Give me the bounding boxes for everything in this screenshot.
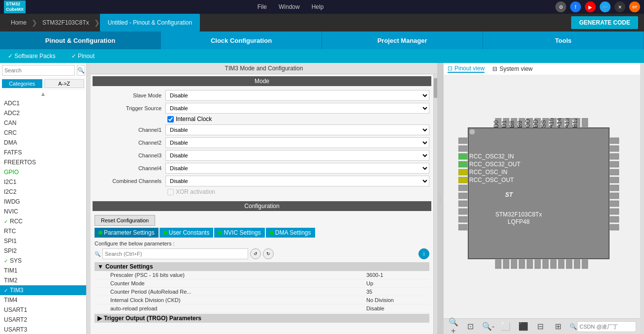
internal-clock-label: Internal Clock [176,116,212,122]
reset-config-button[interactable]: Reset Configuration [95,215,155,226]
sidebar-item-fatfs[interactable]: FATFS [0,148,86,157]
svg-rect-26 [519,260,525,269]
tab-user-constants[interactable]: User Constants [160,228,214,238]
search-input[interactable] [2,65,75,76]
breadcrumb-home[interactable]: Home [6,14,32,31]
tab-parameter-settings[interactable]: Parameter Settings [95,228,159,238]
sidebar-item-tim2[interactable]: TIM2 [0,275,86,285]
settings-icon[interactable]: ⚙ [555,1,566,12]
layer2-button[interactable]: ⬛ [517,321,529,333]
sidebar-item-freertos[interactable]: FREERTOS [0,157,86,167]
channel2-select[interactable]: Disable [165,137,429,148]
counter-period-row: Counter Period (AutoReload Re... 35 [95,288,429,296]
sidebar-item-crc[interactable]: CRC [0,128,86,138]
pinout-area: ⊡ Pinout view ⊟ System view [443,63,640,334]
tab-clock[interactable]: Clock Configuration [161,31,322,49]
toolbar-search-input[interactable] [577,321,636,332]
sidebar-item-spi2[interactable]: SPI2 [0,246,86,256]
reset-search-btn1[interactable]: ↺ [250,248,261,259]
channel3-select[interactable]: Disable [165,150,429,161]
close-icon[interactable]: ✕ [614,1,625,12]
sidebar-item-rtc[interactable]: RTC [0,226,86,236]
sidebar-item-tim4[interactable]: TIM4 [0,295,86,305]
reset-search-btn2[interactable]: ↻ [263,248,274,259]
sidebar-item-rcc[interactable]: ✓RCC [0,216,86,226]
configure-label: Configure the below parameters : [91,240,433,247]
combined-channels-select[interactable]: Disable [165,176,429,186]
layer1-button[interactable]: ⬜ [500,321,512,333]
tab-pinout[interactable]: Pinout & Configuration [0,31,161,49]
sidebar-item-i2c2[interactable]: I2C2 [0,187,86,197]
sidebar-collapse-arrow[interactable]: ▲ [0,90,86,98]
sidebar-divider[interactable] [87,63,91,334]
breadcrumb-project[interactable]: Untitled - Pinout & Configuration [100,14,200,31]
trigger-source-select[interactable]: Disable [165,103,429,114]
scrollbar-thumb[interactable] [434,78,437,98]
split-button[interactable]: ⊟ [535,321,546,333]
svg-rect-39 [458,169,467,175]
facebook-icon[interactable]: f [570,1,581,12]
tab-system-view[interactable]: ⊟ System view [492,65,532,72]
sidebar-item-tim1[interactable]: TIM1 [0,266,86,275]
tab-dma-settings[interactable]: DMA Settings [266,228,315,238]
zoom-in-button[interactable]: 🔍+ [448,321,459,333]
sidebar-item-sys[interactable]: ✓SYS [0,256,86,266]
svg-rect-30 [550,260,556,269]
breadcrumb-chip[interactable]: STM32F103C8Tx [37,14,94,31]
tab-categories[interactable]: Categories [2,79,42,88]
svg-rect-64 [610,177,619,183]
channel4-select[interactable]: Disable [165,163,429,174]
pinout-view-icon: ⊡ [448,65,452,72]
grid-button[interactable]: ⊞ [552,321,564,333]
counter-header-label: Counter Settings [105,263,153,270]
slave-mode-select[interactable]: Disable [165,90,429,101]
xor-label: XOR activation [176,188,215,195]
info-icon[interactable]: i [419,248,429,259]
menu-file[interactable]: File [258,3,267,10]
trigger-collapse-icon[interactable]: ▶ [97,315,102,322]
xor-checkbox[interactable] [167,189,174,195]
counter-collapse-icon[interactable]: ▼ [97,263,103,270]
fit-button[interactable]: ⊡ [465,321,476,333]
sidebar-item-i2c1[interactable]: I2C1 [0,177,86,187]
search-button[interactable]: 🔍 [77,65,85,76]
sidebar-item-usart1[interactable]: USART1 [0,305,86,315]
sidebar-item-nvic[interactable]: NVIC [0,207,86,216]
sidebar-item-adc1[interactable]: ADC1 [0,98,86,108]
internal-clock-checkbox[interactable] [167,116,174,122]
st-icon[interactable]: ST [629,1,640,12]
right-handle[interactable] [640,63,644,334]
tab-pinout-view[interactable]: ⊡ Pinout view [448,65,484,73]
youtube-icon[interactable]: ▶ [585,1,596,12]
tab-az[interactable]: A->Z [44,79,85,88]
prescaler-row: Prescaler (PSC - 16 bits value) 3600-1 [95,271,429,279]
sidebar-item-gpio[interactable]: GPIO [0,167,86,177]
sidebar-item-dma[interactable]: DMA [0,138,86,148]
params-search-input[interactable] [102,248,248,259]
sidebar-item-tim3[interactable]: ✓TIM3 [0,285,86,295]
tab-nvic-settings[interactable]: NVIC Settings [214,228,264,238]
tab-project[interactable]: Project Manager [322,31,483,49]
subtab-software-packs[interactable]: ✓ Software Packs [8,53,56,60]
sidebar-item-usart2[interactable]: USART2 [0,315,86,325]
content-scrollbar[interactable] [433,74,437,334]
sidebar-item-iwdg[interactable]: IWDG [0,197,86,207]
sub-tab-bar: ✓ Software Packs ✓ Pinout [0,49,644,63]
tab-tools[interactable]: Tools [483,31,644,49]
sidebar-item-can[interactable]: CAN [0,118,86,128]
content-pinout-divider[interactable]: ⋮ [437,63,443,334]
svg-rect-35 [458,138,467,144]
sidebar-item-spi1[interactable]: SPI1 [0,236,86,246]
pinout-content: PD0 PD1 PB8 PB9 BOOT VDD VSS PA15 PA14 P… [444,75,640,318]
channel1-select[interactable]: Disable [165,124,429,135]
combined-channels-row: Combined Channels Disable [95,176,429,186]
subtab-pinout[interactable]: ✓ Pinout [71,53,95,60]
svg-rect-45 [458,216,467,222]
menu-help[interactable]: Help [312,3,324,10]
sidebar-item-usart3[interactable]: USART3 [0,325,86,334]
zoom-out-button[interactable]: 🔍- [483,321,494,333]
menu-window[interactable]: Window [279,3,300,10]
generate-code-button[interactable]: GENERATE CODE [571,16,638,29]
sidebar-item-adc2[interactable]: ADC2 [0,108,86,118]
twitter-icon[interactable]: 🐦 [600,1,611,12]
